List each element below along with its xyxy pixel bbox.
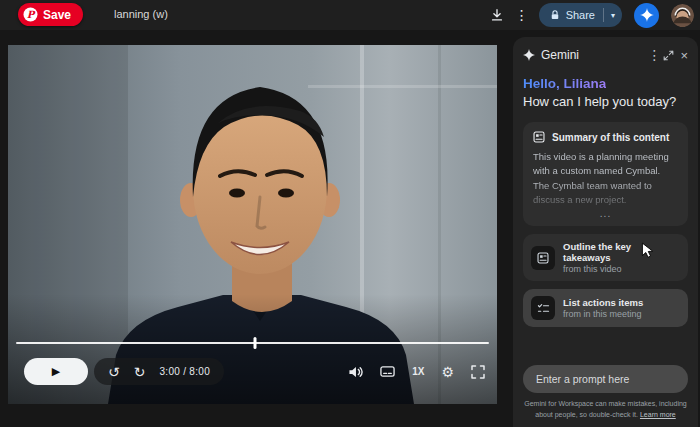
gemini-side-panel: Gemini ⋮ × Hello, Liliana How can I help… [513,37,698,427]
checklist-icon [537,303,550,314]
video-progress-bar[interactable] [16,340,489,346]
pinterest-icon: P [23,7,38,22]
video-player[interactable]: ▶ ↺ ↻ 3:00 / 8:00 1X ⚙ [8,45,497,404]
download-icon [489,7,505,23]
share-button[interactable]: Share ▾ [539,3,622,27]
fullscreen-button[interactable] [471,365,485,379]
greeting-name-line: Hello, Liliana [523,76,606,91]
top-toolbar: lanning (w) P Save ⋮ S [0,0,700,30]
panel-close-button[interactable]: × [680,48,688,63]
suggestion-subtitle: from in this meeting [563,309,643,319]
greeting-question-line: How can I help you today? [523,94,688,109]
summary-icon [533,131,545,143]
save-button-label: Save [43,8,71,22]
gemini-greeting: Hello, Liliana How can I help you today? [523,74,688,109]
download-button[interactable] [489,7,505,23]
panel-expand-button[interactable] [663,50,674,61]
rewind-10-button[interactable]: ↺ [108,365,120,379]
account-avatar[interactable] [671,4,694,27]
captions-button[interactable] [380,365,395,378]
summary-card-title: Summary of this content [552,132,669,143]
lock-icon [549,9,561,21]
learn-more-link[interactable]: Learn more [640,411,676,418]
suggestion-list-action-items[interactable]: List actions items from in this meeting [523,289,688,327]
play-icon: ▶ [52,366,60,377]
takeaways-icon [537,252,549,264]
suggestion-subtitle: from this video [563,264,680,274]
gemini-panel-title: Gemini [541,48,579,62]
suggestion-title: List actions items [563,297,643,308]
playback-speed-button[interactable]: 1X [412,366,424,377]
volume-button[interactable] [348,365,363,379]
playback-controls: ↺ ↻ 3:00 / 8:00 [94,358,224,385]
forward-10-button[interactable]: ↻ [134,365,146,379]
settings-button[interactable]: ⚙ [441,365,454,379]
gemini-button[interactable] [634,3,659,28]
playhead[interactable] [253,337,256,349]
suggestion-outline-takeaways[interactable]: Outline the key takeaways from this vide… [523,234,688,281]
summary-expand-ellipsis[interactable]: ... [533,207,678,220]
expand-icon [663,50,674,61]
avatar-image [671,4,694,27]
video-frame [8,45,497,404]
player-right-controls: 1X ⚙ [348,358,485,385]
play-button[interactable]: ▶ [24,358,88,385]
document-title: lanning (w) [114,8,168,20]
time-display: 3:00 / 8:00 [159,366,210,377]
suggestion-title: Outline the key takeaways [563,241,680,263]
gemini-spark-icon [523,49,535,61]
volume-icon [348,365,363,379]
gemini-spark-icon [640,8,654,22]
captions-icon [380,365,395,378]
share-dropdown-button[interactable]: ▾ [604,11,622,20]
toolbar-actions: ⋮ Share ▾ [489,2,694,28]
summary-card-body: This video is a planning meeting with a … [533,150,678,207]
prompt-input[interactable] [523,365,688,393]
gemini-disclaimer: Gemini for Workspace can make mistakes, … [519,399,692,421]
app-window: lanning (w) P Save ⋮ S [0,0,700,427]
fullscreen-icon [471,365,485,379]
summary-card[interactable]: Summary of this content This video is a … [523,122,688,226]
panel-more-options-button[interactable]: ⋮ [647,47,657,63]
pinterest-save-button[interactable]: P Save [18,3,83,26]
gemini-panel-header: Gemini ⋮ × [523,46,688,64]
share-button-label: Share [566,9,595,21]
more-options-button[interactable]: ⋮ [517,7,527,23]
